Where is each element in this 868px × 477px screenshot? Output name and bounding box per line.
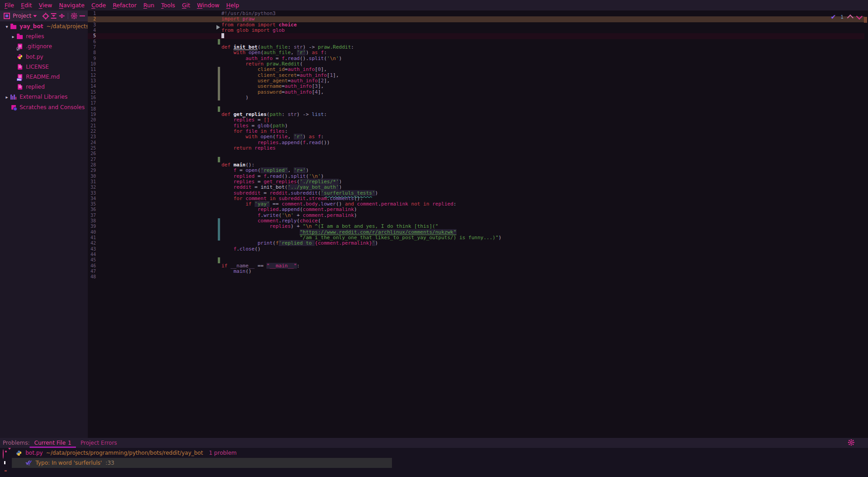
code-line-32[interactable]: 32 reddit = init_bot('../yay_bot_auth') [88,185,864,190]
code-line-21[interactable]: 21 files = glob(path) [88,123,864,129]
line-number[interactable]: 9 [88,56,96,61]
line-number[interactable]: 1 [88,11,96,16]
code-line-19[interactable]: 19def get_replies(path: str) -> list: [88,112,864,117]
vcs-change-marker[interactable] [218,67,220,72]
line-number[interactable]: 22 [88,129,96,134]
problems-file-row[interactable]: bot.py ~/data/projects/programming/pytho… [15,448,237,458]
line-number[interactable]: 30 [88,174,96,179]
code-text[interactable]: from glob import glob [221,28,285,33]
vcs-change-marker[interactable] [218,78,220,84]
gear-icon[interactable] [848,439,854,447]
vcs-change-marker[interactable] [218,235,220,241]
menu-item-code[interactable]: Code [91,2,106,9]
code-line-34[interactable]: 34 for comment in subreddit.stream.comme… [88,196,864,201]
line-number[interactable]: 47 [88,269,96,274]
code-line-29[interactable]: 29 f = open('replied', 'r+') [88,168,864,173]
line-number[interactable]: 34 [88,196,96,201]
error-stripe-mark[interactable] [864,17,867,23]
code-line-6[interactable]: 6 [88,39,864,45]
line-number[interactable]: 18 [88,106,96,112]
line-number[interactable]: 6 [88,39,96,45]
line-number[interactable]: 25 [88,146,96,151]
tree-item-scratches-and-consoles[interactable]: Scratches and Consoles [0,102,88,112]
line-number[interactable]: 39 [88,224,96,229]
line-number[interactable]: 2 [88,16,96,22]
line-number[interactable]: 21 [88,123,96,129]
menu-item-git[interactable]: Git [182,2,190,9]
code-line-7[interactable]: 7def init_bot(auth_file: str) -> praw.Re… [88,45,864,50]
line-number[interactable]: 42 [88,241,96,246]
line-number[interactable]: 4 [88,28,96,33]
line-number[interactable]: 5 [88,33,96,39]
code-line-44[interactable]: 44 [88,252,864,257]
vcs-change-marker[interactable] [218,90,220,95]
tab-current-file[interactable]: Current File 1 [30,438,76,448]
code-editor[interactable]: 1#!/usr/bin/python32import praw3from ran… [88,10,864,438]
line-number[interactable]: 29 [88,168,96,173]
project-tool-window-icon[interactable] [3,12,11,20]
tree-item--gitignore[interactable]: .gitignore [0,41,88,51]
code-line-3[interactable]: 3from random import choice [88,22,864,28]
menu-item-navigate[interactable]: Navigate [59,2,85,9]
code-line-47[interactable]: 47 main() [88,269,864,274]
line-number[interactable]: 3 [88,22,96,28]
menu-item-help[interactable]: Help [226,2,239,9]
code-line-31[interactable]: 31 replies = get_replies('./replies/*') [88,179,864,185]
expand-all-icon[interactable] [50,12,58,20]
tab-project-errors[interactable]: Project Errors [76,438,121,448]
tree-item-yay-bot[interactable]: ▾yay_bot~/data/projects/progr [0,21,88,31]
menu-item-run[interactable]: Run [143,2,154,9]
code-line-25[interactable]: 25 return replies [88,146,864,151]
line-number[interactable]: 19 [88,112,96,117]
prev-problem-icon[interactable] [847,14,853,20]
code-line-2[interactable]: 2import praw [88,16,864,22]
line-number[interactable]: 44 [88,252,96,257]
code-line-43[interactable]: 43 f.close() [88,246,864,252]
vcs-change-marker[interactable] [218,257,220,263]
code-line-35[interactable]: 35 if 'yay' == comment.body.lower() and … [88,201,864,207]
tree-item-bot-py[interactable]: bot.py [0,52,88,62]
line-number[interactable]: 16 [88,95,96,100]
code-line-9[interactable]: 9 auth_info = f.read().split('\n') [88,56,864,61]
line-number[interactable]: 24 [88,140,96,146]
tree-item-replies[interactable]: ▸replies [0,31,88,41]
tree-item-readme-md[interactable]: MDREADME.md [0,72,88,82]
line-number[interactable]: 35 [88,201,96,207]
line-number[interactable]: 15 [88,90,96,95]
line-number[interactable]: 31 [88,179,96,185]
chevron-right-icon[interactable]: ▸ [4,95,10,100]
code-line-18[interactable]: 18 [88,106,864,112]
line-number[interactable]: 48 [88,274,96,280]
line-number[interactable]: 7 [88,45,96,50]
menu-item-tools[interactable]: Tools [161,2,175,9]
code-text[interactable]: return replies [221,146,276,151]
code-line-13[interactable]: 13 user_agent=auth_info[2], [88,78,864,84]
menu-item-refactor[interactable]: Refactor [113,2,136,9]
code-line-22[interactable]: 22 for file in files: [88,129,864,134]
chevron-down-icon[interactable]: ▾ [4,24,10,29]
line-number[interactable]: 46 [88,263,96,269]
menu-item-file[interactable]: File [5,2,14,9]
line-number[interactable]: 43 [88,246,96,252]
code-line-45[interactable]: 45 [88,257,864,263]
code-line-39[interactable]: 39 replies) + "\n ^(I am a bot and yes, … [88,224,864,229]
vcs-change-marker[interactable] [218,106,220,112]
line-number[interactable]: 20 [88,117,96,123]
vcs-change-marker[interactable] [218,218,220,224]
code-line-4[interactable]: 4from glob import glob [88,28,864,33]
code-line-5[interactable]: 5 [88,33,864,39]
code-line-14[interactable]: 14 username=auth_info[3], [88,84,864,89]
code-line-33[interactable]: 33 subreddit = reddit.subreddit('surferl… [88,191,864,196]
code-line-1[interactable]: 1#!/usr/bin/python3 [88,11,864,16]
line-number[interactable]: 8 [88,50,96,55]
line-number[interactable]: 38 [88,218,96,224]
code-line-23[interactable]: 23 with open(file, 'r') as f: [88,134,864,140]
code-line-46[interactable]: 46if __name__ == "__main__": [88,263,864,269]
line-number[interactable]: 36 [88,207,96,212]
code-line-11[interactable]: 11 client_id=auth_info[0], [88,67,864,72]
code-text[interactable] [221,33,224,39]
inspections-widget[interactable]: ✔ 1 [831,13,862,21]
select-opened-file-icon[interactable] [41,12,50,20]
code-line-28[interactable]: 28def main(): [88,162,864,168]
code-line-48[interactable]: 48 [88,274,864,280]
